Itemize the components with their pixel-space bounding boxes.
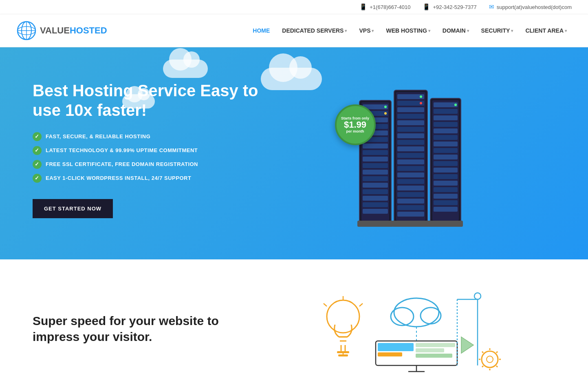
svg-rect-62 xyxy=(434,161,458,166)
section-illustration xyxy=(261,284,555,374)
nav-domain[interactable]: DOMAIN ▾ xyxy=(438,24,474,37)
section-title: Super speed for your website to impress … xyxy=(33,313,236,345)
svg-rect-14 xyxy=(363,150,388,155)
header: VALUEHOSTED HOME DEDICATED SERVERS ▾ VPS… xyxy=(0,14,588,47)
price-badge: Starts from only $1.99 per month xyxy=(335,104,376,145)
logo-text: VALUEHOSTED xyxy=(40,25,107,36)
price-per-text: per month xyxy=(346,129,364,133)
svg-rect-71 xyxy=(428,221,463,227)
svg-rect-66 xyxy=(434,187,458,192)
svg-point-24 xyxy=(384,106,387,108)
price-amount: $1.99 xyxy=(344,120,366,129)
check-icon-4: ✓ xyxy=(33,174,42,183)
svg-rect-17 xyxy=(363,170,388,175)
svg-rect-64 xyxy=(434,174,458,179)
svg-rect-60 xyxy=(434,148,458,153)
nav-client-area[interactable]: CLIENT AREA ▾ xyxy=(520,24,572,37)
svg-rect-88 xyxy=(378,343,414,351)
svg-line-77 xyxy=(359,303,363,306)
svg-rect-32 xyxy=(397,114,424,119)
svg-rect-65 xyxy=(434,181,458,186)
svg-rect-36 xyxy=(397,140,424,145)
svg-rect-34 xyxy=(397,127,424,132)
check-icon-2: ✓ xyxy=(33,146,42,155)
svg-rect-42 xyxy=(397,179,424,184)
svg-rect-43 xyxy=(397,186,424,190)
nav-dedicated-servers[interactable]: DEDICATED SERVERS ▾ xyxy=(277,24,352,37)
chevron-vps-icon: ▾ xyxy=(372,29,374,33)
logo[interactable]: VALUEHOSTED xyxy=(16,20,107,41)
svg-rect-63 xyxy=(434,168,458,173)
svg-rect-81 xyxy=(337,351,349,353)
server-graphic: Starts from only $1.99 per month xyxy=(343,72,473,227)
phone2-text: +92-342-529-7377 xyxy=(433,4,476,10)
phone1-text: +1(678)667-4010 xyxy=(370,4,410,10)
chevron-webhosting-icon: ▾ xyxy=(428,29,430,33)
svg-rect-45 xyxy=(397,199,424,204)
svg-line-76 xyxy=(324,303,327,306)
svg-rect-41 xyxy=(397,173,424,177)
hero-title: Best Hosting Service Easy to use 10x fas… xyxy=(33,81,261,120)
svg-rect-35 xyxy=(397,133,424,138)
email-text: support(at)valuehosted(dot)com xyxy=(497,4,572,10)
top-bar: 📱 +1(678)667-4010 📱 +92-342-529-7377 ✉ s… xyxy=(0,0,588,14)
svg-point-25 xyxy=(384,112,387,115)
logo-icon xyxy=(16,20,37,41)
chevron-dedicated-icon: ▾ xyxy=(345,29,347,33)
svg-rect-89 xyxy=(378,352,402,356)
nav-home[interactable]: HOME xyxy=(248,24,275,37)
svg-rect-20 xyxy=(363,189,388,194)
svg-rect-57 xyxy=(434,128,458,133)
nav-web-hosting[interactable]: WEB HOSTING ▾ xyxy=(381,24,435,37)
svg-rect-33 xyxy=(397,120,424,125)
svg-point-72 xyxy=(327,300,359,333)
section-text: Super speed for your website to impress … xyxy=(33,313,236,345)
check-icon-3: ✓ xyxy=(33,160,42,169)
features-section: Super speed for your website to impress … xyxy=(0,259,588,374)
svg-marker-109 xyxy=(461,337,473,353)
phone2-item: 📱 +92-342-529-7377 xyxy=(423,3,476,11)
svg-point-70 xyxy=(454,104,457,106)
feature-2: ✓ LATEST TECHNOLOGY & 99.99% UPTIME COMM… xyxy=(33,146,261,155)
svg-rect-40 xyxy=(397,166,424,171)
svg-rect-67 xyxy=(434,194,458,199)
whatsapp-icon-2: 📱 xyxy=(423,3,430,11)
get-started-button[interactable]: GET STARTED NOW xyxy=(33,199,113,218)
svg-rect-53 xyxy=(434,102,458,107)
svg-point-49 xyxy=(420,102,422,104)
hero-server-graphic: Starts from only $1.99 per month xyxy=(261,72,555,227)
illustration-svg xyxy=(306,284,510,374)
svg-rect-39 xyxy=(397,159,424,164)
mail-icon: ✉ xyxy=(489,3,494,11)
svg-rect-56 xyxy=(434,122,458,127)
main-nav: HOME DEDICATED SERVERS ▾ VPS ▾ WEB HOSTI… xyxy=(248,24,572,37)
hero-section: Best Hosting Service Easy to use 10x fas… xyxy=(0,47,588,259)
svg-rect-21 xyxy=(363,196,388,201)
check-icon-1: ✓ xyxy=(33,132,42,141)
svg-line-108 xyxy=(496,352,498,353)
nav-vps[interactable]: VPS ▾ xyxy=(354,24,379,37)
chevron-security-icon: ▾ xyxy=(511,29,513,33)
nav-security[interactable]: SECURITY ▾ xyxy=(476,24,518,37)
svg-rect-26 xyxy=(357,221,393,227)
svg-point-99 xyxy=(482,351,498,367)
svg-rect-16 xyxy=(363,163,388,168)
cloud-1 xyxy=(163,60,208,78)
svg-rect-61 xyxy=(434,155,458,159)
svg-rect-50 xyxy=(392,221,429,227)
phone1-item: 📱 +1(678)667-4010 xyxy=(359,3,410,11)
svg-rect-90 xyxy=(416,343,455,347)
svg-rect-91 xyxy=(416,348,444,352)
hero-content: Best Hosting Service Easy to use 10x fas… xyxy=(33,81,261,218)
svg-rect-46 xyxy=(397,205,424,210)
feature-3-text: FREE SSL CERTIFICATE, FREE DOMAIN REGIST… xyxy=(46,161,198,167)
feature-2-text: LATEST TECHNOLOGY & 99.99% UPTIME COMMIT… xyxy=(46,147,198,153)
svg-rect-69 xyxy=(434,207,458,212)
svg-point-100 xyxy=(487,356,493,363)
server-svg xyxy=(343,72,473,227)
svg-line-106 xyxy=(496,366,498,367)
svg-rect-15 xyxy=(363,157,388,162)
svg-rect-18 xyxy=(363,176,388,181)
feature-4-text: EASY 1-CLICK WORDPRESS INSTALL, 24/7 SUP… xyxy=(46,175,191,181)
svg-rect-13 xyxy=(363,144,388,148)
